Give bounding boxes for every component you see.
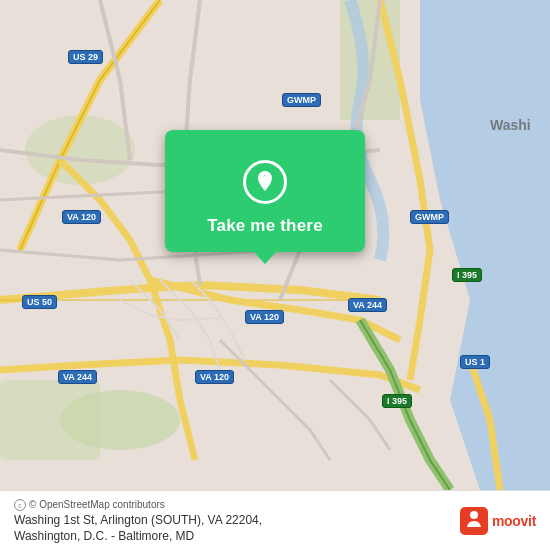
bottom-bar: c © OpenStreetMap contributors Washing 1… bbox=[0, 490, 550, 550]
badge-us1: US 1 bbox=[460, 355, 490, 369]
location-info: c © OpenStreetMap contributors Washing 1… bbox=[14, 499, 262, 543]
badge-us29: US 29 bbox=[68, 50, 103, 64]
badge-gwmp1: GWMP bbox=[282, 93, 321, 107]
badge-va244a: VA 244 bbox=[58, 370, 97, 384]
svg-rect-2 bbox=[0, 380, 100, 460]
location-line1: Washing 1st St, Arlington (SOUTH), VA 22… bbox=[14, 513, 262, 527]
copyright-icon: c bbox=[14, 499, 26, 511]
take-me-there-label: Take me there bbox=[207, 216, 323, 236]
osm-text: © OpenStreetMap contributors bbox=[29, 499, 165, 510]
svg-point-10 bbox=[470, 511, 478, 519]
badge-va120c: VA 120 bbox=[245, 310, 284, 324]
svg-text:c: c bbox=[18, 502, 22, 509]
osm-credit: c © OpenStreetMap contributors bbox=[14, 499, 262, 511]
svg-rect-3 bbox=[340, 0, 400, 120]
map-view: Washi US 29 VA 120 US 50 VA 244 VA 120 V… bbox=[0, 0, 550, 490]
badge-va120b: VA 120 bbox=[195, 370, 234, 384]
moovit-logo[interactable]: moovit bbox=[460, 507, 536, 535]
moovit-text: moovit bbox=[492, 513, 536, 529]
badge-va244b: VA 244 bbox=[348, 298, 387, 312]
moovit-icon bbox=[460, 507, 488, 535]
take-me-there-popup[interactable]: Take me there bbox=[165, 130, 365, 252]
badge-i395a: I 395 bbox=[452, 268, 482, 282]
badge-i395b: I 395 bbox=[382, 394, 412, 408]
badge-us50: US 50 bbox=[22, 295, 57, 309]
badge-gwmp2: GWMP bbox=[410, 210, 449, 224]
location-line2: Washington, D.C. - Baltimore, MD bbox=[14, 529, 262, 543]
badge-va120a: VA 120 bbox=[62, 210, 101, 224]
location-pin-icon bbox=[243, 160, 287, 204]
svg-text:Washi: Washi bbox=[490, 117, 531, 133]
